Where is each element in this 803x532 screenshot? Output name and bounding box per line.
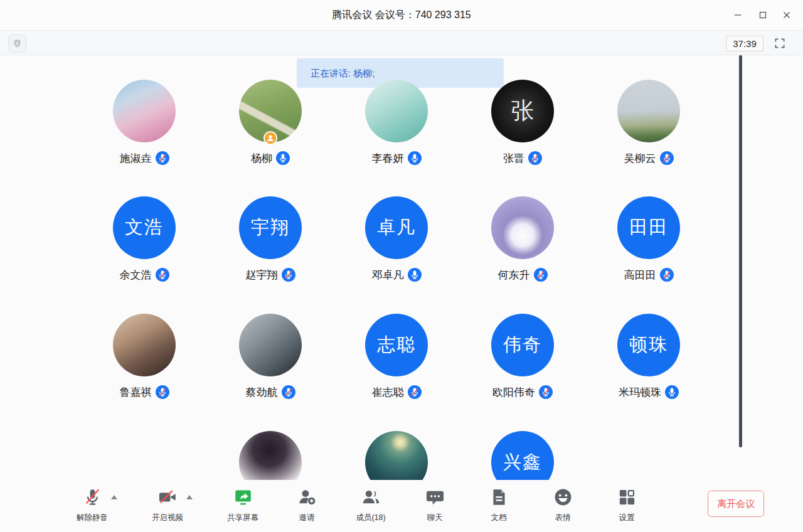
participant-avatar: 张 bbox=[491, 80, 554, 142]
participant-tile[interactable] bbox=[334, 431, 460, 480]
minimize-button[interactable] bbox=[725, 4, 750, 26]
mic-muted-icon bbox=[156, 151, 169, 165]
toolbar-button-chat[interactable]: 聊天 bbox=[417, 487, 453, 523]
toolbar-button-invite[interactable]: 邀请 bbox=[289, 487, 325, 523]
mic-muted-icon bbox=[156, 268, 169, 282]
participant-tile[interactable]: 志聪崔志聪 bbox=[334, 314, 460, 400]
participants-area: 正在讲话: 杨柳; 施淑垚杨柳李春妍张张晋吴柳云文浩余文浩宇翔赵宇翔卓凡邓卓凡何… bbox=[0, 55, 803, 480]
participant-row: 兴鑫 bbox=[0, 431, 793, 480]
toolbar-items: 解除静音开启视频共享屏幕邀请成员(18)聊天文档表情设置 bbox=[74, 487, 645, 523]
mic-muted-icon bbox=[534, 268, 548, 282]
toolbar-button-label: 邀请 bbox=[299, 513, 315, 523]
toolbar-button-emoji[interactable]: 表情 bbox=[545, 487, 581, 523]
toolbar-button-mic-muted[interactable]: 解除静音 bbox=[74, 487, 110, 523]
window-title: 腾讯会议 会议号：740 293 315 bbox=[0, 0, 803, 30]
participant-avatar bbox=[617, 80, 680, 142]
meeting-duration: 37:39 bbox=[726, 36, 763, 51]
maximize-button[interactable] bbox=[750, 4, 775, 26]
participant-name: 米玛顿珠 bbox=[619, 385, 661, 400]
participant-tile[interactable]: 宇翔赵宇翔 bbox=[208, 196, 334, 282]
participant-avatar: 顿珠 bbox=[617, 314, 680, 376]
chat-icon bbox=[425, 487, 445, 509]
tencent-meeting-window: 腾讯会议 会议号：740 293 315 37:39 正在讲话: 杨柳; 施淑垚… bbox=[0, 0, 803, 532]
security-button[interactable] bbox=[8, 35, 26, 53]
participant-tile[interactable]: 卓凡邓卓凡 bbox=[334, 196, 460, 282]
leave-meeting-button[interactable]: 离开会议 bbox=[708, 491, 764, 517]
participant-row: 施淑垚杨柳李春妍张张晋吴柳云 bbox=[0, 80, 793, 166]
participant-tile[interactable]: 文浩余文浩 bbox=[82, 196, 208, 282]
participant-name: 高田田 bbox=[624, 268, 656, 282]
participant-row: 文浩余文浩宇翔赵宇翔卓凡邓卓凡何东升田田高田田 bbox=[0, 196, 793, 282]
participant-name: 施淑垚 bbox=[120, 151, 152, 166]
participant-tile[interactable] bbox=[208, 431, 334, 480]
fullscreen-button[interactable] bbox=[772, 35, 788, 51]
toolbar-button-label: 解除静音 bbox=[77, 513, 108, 523]
mic-muted-icon bbox=[156, 385, 169, 399]
participant-name: 蔡劲航 bbox=[246, 385, 278, 400]
expand-arrow-icon[interactable] bbox=[111, 495, 117, 499]
toolbar-button-label: 共享屏幕 bbox=[227, 513, 258, 523]
participant-tile[interactable]: 李春妍 bbox=[334, 80, 460, 166]
participant-name: 吴柳云 bbox=[624, 151, 656, 166]
toolbar-button-label: 成员(18) bbox=[356, 513, 385, 523]
participant-avatar: 文浩 bbox=[113, 196, 176, 259]
toolbar-button-docs[interactable]: 文档 bbox=[481, 487, 517, 523]
participant-tile[interactable]: 蔡劲航 bbox=[208, 314, 334, 400]
toolbar-button-camera-off[interactable]: 开启视频 bbox=[149, 487, 186, 523]
vertical-scrollbar[interactable] bbox=[739, 55, 742, 447]
security-shield-icon bbox=[12, 38, 23, 49]
participant-avatar bbox=[365, 80, 428, 142]
fullscreen-icon bbox=[774, 37, 786, 50]
mic-on-icon bbox=[665, 385, 679, 399]
participant-avatar: 伟奇 bbox=[491, 314, 554, 376]
participant-tile[interactable]: 顿珠米玛顿珠 bbox=[586, 314, 712, 400]
mic-muted-icon bbox=[528, 151, 542, 165]
participant-tile[interactable]: 张张晋 bbox=[460, 80, 586, 166]
toolbar-button-share-screen[interactable]: 共享屏幕 bbox=[225, 487, 261, 523]
mic-muted-icon bbox=[282, 268, 295, 282]
participant-avatar: 志聪 bbox=[365, 314, 428, 376]
participant-avatar bbox=[113, 314, 176, 376]
mic-on-icon bbox=[408, 151, 422, 165]
participant-avatar: 田田 bbox=[617, 196, 680, 259]
participant-avatar bbox=[239, 314, 302, 376]
participant-avatar: 宇翔 bbox=[239, 196, 302, 259]
toolbar-button-label: 表情 bbox=[555, 513, 571, 523]
mic-muted-icon bbox=[408, 385, 422, 399]
invite-icon bbox=[297, 487, 317, 509]
toolbar-button-settings[interactable]: 设置 bbox=[609, 487, 645, 523]
toolbar-button-members[interactable]: 成员(18) bbox=[353, 487, 389, 523]
participant-tile[interactable]: 兴鑫 bbox=[460, 431, 586, 480]
mic-muted-icon bbox=[282, 385, 295, 399]
mic-on-icon bbox=[408, 268, 422, 282]
participant-avatar bbox=[365, 431, 428, 480]
members-icon bbox=[361, 487, 381, 509]
participant-name: 张晋 bbox=[503, 151, 524, 166]
mic-muted-icon bbox=[539, 385, 553, 399]
close-icon bbox=[781, 9, 792, 21]
toolbar-button-label: 开启视频 bbox=[152, 513, 183, 523]
participant-avatar bbox=[113, 80, 176, 142]
participant-tile[interactable]: 吴柳云 bbox=[586, 80, 712, 166]
participant-avatar bbox=[491, 196, 554, 259]
settings-icon bbox=[617, 487, 637, 509]
participant-tile[interactable]: 何东升 bbox=[460, 196, 586, 282]
participant-tile[interactable]: 杨柳 bbox=[208, 80, 334, 166]
expand-arrow-icon[interactable] bbox=[186, 495, 193, 499]
close-button[interactable] bbox=[774, 4, 799, 26]
participant-avatar: 兴鑫 bbox=[491, 431, 554, 480]
emoji-icon bbox=[553, 487, 573, 509]
participant-tile[interactable]: 施淑垚 bbox=[82, 80, 208, 166]
camera-off-icon bbox=[158, 487, 178, 509]
share-screen-icon bbox=[233, 487, 253, 509]
participant-tile[interactable]: 田田高田田 bbox=[586, 196, 712, 282]
minimize-icon bbox=[732, 9, 743, 21]
participant-row: 鲁嘉祺蔡劲航志聪崔志聪伟奇欧阳伟奇顿珠米玛顿珠 bbox=[0, 314, 793, 400]
participant-tile[interactable]: 伟奇欧阳伟奇 bbox=[460, 314, 586, 400]
maximize-icon bbox=[757, 9, 768, 21]
participant-name: 李春妍 bbox=[372, 151, 404, 166]
toolbar-button-label: 设置 bbox=[619, 513, 635, 523]
toolbar-button-label: 聊天 bbox=[427, 513, 443, 523]
participant-tile[interactable]: 鲁嘉祺 bbox=[82, 314, 208, 400]
participant-name: 何东升 bbox=[498, 268, 530, 282]
